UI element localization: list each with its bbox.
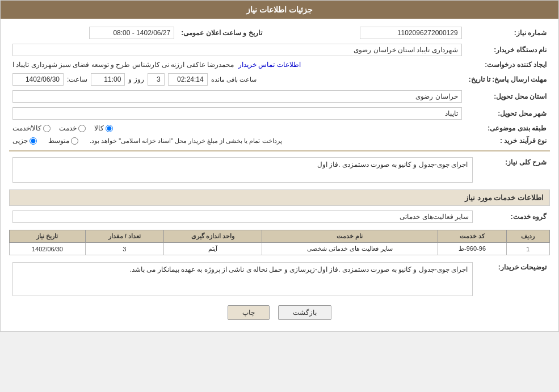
category-khidmat: خدمت — [59, 124, 86, 132]
col-row: ردیف — [506, 230, 549, 243]
response-days-label: روز و — [128, 75, 144, 83]
delivery-city-value: تایباد — [12, 107, 462, 120]
response-time: 11:00 — [91, 73, 125, 86]
category-label: طبقه بندی موضوعی: — [465, 122, 550, 134]
creator-label: ایجاد کننده درخواست: — [465, 58, 550, 71]
purchase-note: پرداخت تمام یا بخشی از مبلغ خریدار محل "… — [90, 137, 282, 145]
delivery-province-label: استان محل تحویل: — [465, 88, 550, 105]
category-kala-khidmat: کالا/خدمت — [12, 124, 51, 132]
purchase-type-jozy: جزیی — [12, 137, 37, 145]
response-remaining-label: ساعت باقی مانده — [211, 76, 257, 83]
radio-motavaset[interactable] — [71, 137, 78, 145]
response-time-label: ساعت: — [67, 75, 87, 83]
col-date: تاریخ نیاز — [10, 230, 86, 243]
response-deadline-label: مهلت ارسال پاسخ: تا تاریخ: — [465, 71, 550, 88]
delivery-city-label: شهر محل تحویل: — [465, 105, 550, 122]
buyer-desc-textarea[interactable] — [12, 262, 473, 296]
response-days: 3 — [148, 73, 165, 86]
print-button[interactable]: چاپ — [228, 305, 270, 320]
radio-kala[interactable] — [106, 125, 113, 132]
page-header: جزئیات اطلاعات نیاز — [1, 1, 558, 19]
general-desc-textarea[interactable] — [12, 157, 473, 183]
contact-link[interactable]: اطلاعات تماس خریدار — [238, 61, 301, 69]
response-date: 1402/06/30 — [12, 73, 64, 86]
purchase-type-motavaset: متوسط — [48, 137, 78, 145]
response-remaining: 02:24:14 — [168, 73, 208, 86]
datetime-label: تاریخ و ساعت اعلان عمومی: — [178, 24, 265, 41]
services-section-title: اطلاعات خدمات مورد نیاز — [9, 189, 550, 206]
back-button[interactable]: بازگشت — [278, 305, 331, 320]
buttons-row: بازگشت چاپ — [9, 298, 550, 326]
col-code: کد خدمت — [438, 230, 507, 243]
col-name: نام خدمت — [262, 230, 438, 243]
service-group-value: سایر فعالیت‌های خدماتی — [12, 210, 473, 223]
buyer-org-value: شهرداری تایباد استان خراسان رضوی — [12, 44, 462, 56]
col-qty: تعداد / مقدار — [85, 230, 163, 243]
need-number-label: شماره نیاز: — [465, 24, 550, 41]
buyer-org-label: نام دستگاه خریدار: — [465, 41, 550, 58]
services-table: ردیف کد خدمت نام خدمت واحد اندازه گیری ت… — [9, 230, 550, 255]
datetime-value: 1402/06/27 - 08:00 — [89, 27, 174, 39]
table-row: 1960-96-طسایر فعالیت های خدماتی شخصیآیتم… — [10, 243, 550, 255]
service-group-label: گروه خدمت: — [476, 208, 550, 225]
radio-khidmat[interactable] — [78, 125, 86, 132]
col-unit: واحد اندازه گیری — [163, 230, 262, 243]
buyer-desc-label: توضیحات خریدار: — [476, 260, 550, 298]
page-title: جزئیات اطلاعات نیاز — [246, 5, 313, 14]
creator-value: محمدرضا عاکفی ارزنه نی کارشناس طرح و توس… — [12, 61, 234, 69]
radio-jozy[interactable] — [30, 137, 37, 145]
radio-kala-khidmat[interactable] — [43, 125, 51, 132]
purchase-type-label: نوع فرآیند خرید : — [465, 134, 550, 147]
delivery-province-value: خراسان رضوی — [12, 90, 462, 103]
category-kala: کالا — [94, 124, 113, 132]
general-desc-label: شرح کلی نیاز: — [476, 155, 550, 185]
need-number-value: 1102096272000129 — [360, 27, 462, 39]
